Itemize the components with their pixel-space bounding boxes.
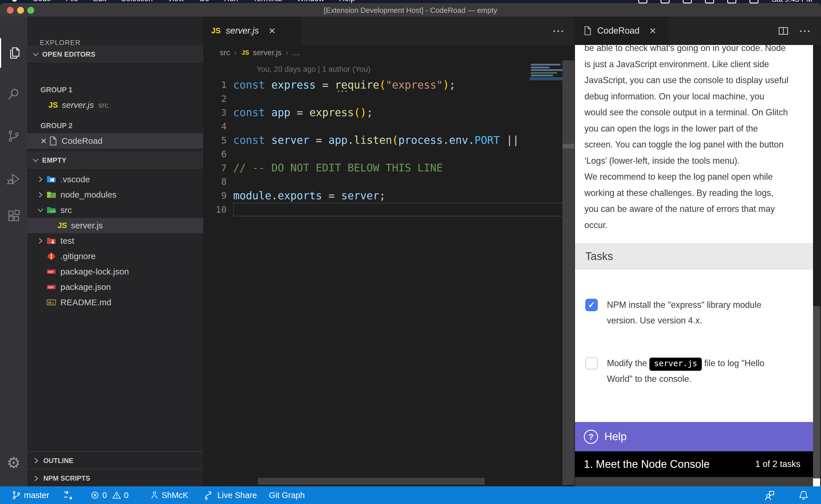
code-line-5[interactable]: 5const server = app.listen(process.env.P…	[203, 133, 574, 147]
close-tab-icon[interactable]: ✕	[269, 26, 276, 36]
menubar-tray: Sat 9:45 PM	[638, 0, 812, 3]
menubar-tray-icon[interactable]	[661, 0, 670, 3]
open-editors-section-header[interactable]: OPEN EDITORS	[27, 46, 203, 63]
feedback-icon[interactable]	[764, 489, 775, 501]
code-line-3[interactable]: 3const app = express();	[203, 106, 574, 120]
status-item-master[interactable]: master	[11, 490, 49, 500]
breadcrumb-item-symbol[interactable]: …	[292, 48, 300, 57]
tree-item-node-modules[interactable]: JSnode_modules	[27, 187, 203, 202]
bell-icon[interactable]	[798, 490, 809, 501]
inline-code-chip: server.js	[650, 358, 702, 371]
menu-item-view[interactable]: View	[167, 0, 184, 3]
editor-group-scrollbar[interactable]	[562, 60, 574, 485]
scrollbar-thumb[interactable]	[813, 306, 820, 478]
tree-item-readme.md[interactable]: M↓README.md	[27, 295, 203, 310]
code-line-8[interactable]: 8	[203, 175, 574, 189]
open-editor-item-coderoad[interactable]: ✕CodeRoad	[27, 133, 203, 149]
code-text: const express = require("express");	[233, 79, 456, 91]
status-bar-left: master00ShMcKLive ShareGit Graph	[11, 490, 305, 500]
line-number: 2	[203, 93, 227, 104]
activity-extensions-button[interactable]	[0, 201, 27, 231]
editor-actions-more-icon[interactable]: ⋯	[799, 24, 811, 38]
status-item-live-share[interactable]: Live Share	[204, 490, 257, 500]
task-text: NPM install the "express" library module…	[607, 297, 761, 328]
sidebar-section-outline[interactable]: OUTLINE	[27, 451, 203, 469]
tree-item-.gitignore[interactable]: .gitignore	[27, 249, 203, 264]
code-editor[interactable]: You, 20 days ago | 1 author (You) 1const…	[203, 60, 574, 485]
open-editors-label: OPEN EDITORS	[42, 50, 95, 58]
tree-item-test[interactable]: test	[27, 233, 203, 249]
menu-item-selection[interactable]: Selection	[121, 0, 153, 3]
tree-item-src[interactable]: </>src	[27, 202, 203, 218]
code-line-9[interactable]: 9module.exports = server;	[203, 189, 574, 203]
menu-item-help[interactable]: Help	[339, 0, 355, 3]
task-item-1: ✓NPM install the "express" library modul…	[585, 297, 805, 328]
code-line-6[interactable]: 6	[203, 147, 574, 161]
tree-item-package-lock.json[interactable]: npmpackage-lock.json	[27, 264, 203, 279]
error-icon	[90, 491, 99, 500]
npm-icon: npm	[46, 267, 56, 277]
sidebar-section-npm-scripts[interactable]: NPM SCRIPTS	[27, 469, 203, 487]
menu-item-go[interactable]: Go	[199, 0, 209, 3]
breadcrumb-item-server-js[interactable]: server.js	[253, 48, 282, 57]
apple-menu-icon[interactable]	[11, 0, 18, 3]
lesson-footer-bar[interactable]: 1. Meet the Node Console 1 of 2 tasks	[575, 451, 813, 477]
status-item-0[interactable]: 0	[90, 491, 107, 500]
chevron-right-icon	[32, 456, 40, 465]
minimap-line	[531, 69, 563, 71]
webview-scrollbar[interactable]	[813, 45, 820, 486]
code-line-1[interactable]: 1const express = require("express");	[203, 78, 574, 92]
menu-item-window[interactable]: Window	[297, 0, 324, 3]
activity-run-debug-button[interactable]	[0, 164, 27, 194]
task-checkbox[interactable]: ✓	[585, 299, 598, 311]
activity-explorer-button[interactable]	[0, 38, 28, 68]
status-item-label: Live Share	[217, 491, 257, 500]
menubar-tray-icon[interactable]	[750, 0, 759, 3]
task-checkbox[interactable]	[585, 357, 598, 370]
menubar-tray-icon[interactable]	[683, 0, 692, 3]
code-line-4[interactable]: 4	[203, 120, 574, 134]
menu-item-run[interactable]: Run	[224, 0, 238, 3]
close-icon[interactable]: ✕	[39, 136, 48, 146]
code-line-10[interactable]: 10	[203, 202, 574, 216]
help-bar[interactable]: ? Help	[575, 422, 813, 451]
tab-server-js[interactable]: JS server.js ✕	[203, 17, 301, 45]
code-line-2[interactable]: 2	[203, 92, 574, 106]
menu-item-edit[interactable]: Edit	[93, 0, 106, 3]
status-item-shmck[interactable]: ShMcK	[150, 491, 188, 500]
horizontal-scrollbar[interactable]	[258, 478, 485, 485]
menubar-tray-icon[interactable]	[705, 0, 714, 3]
open-editors-group-label: GROUP 1	[40, 82, 72, 97]
tree-item-package.json[interactable]: npmpackage.json	[27, 279, 203, 295]
code-line-7[interactable]: 7// -- DO NOT EDIT BELOW THIS LINE	[203, 161, 574, 175]
file-icon	[583, 26, 592, 36]
minimap-current-line	[530, 77, 563, 80]
tab-label: server.js	[226, 26, 259, 36]
menu-item-file[interactable]: File	[66, 0, 78, 3]
open-editor-label: server.js	[62, 100, 94, 110]
activity-settings-button[interactable]: ⚙	[0, 448, 27, 478]
activity-source-control-button[interactable]	[0, 121, 27, 151]
menu-item-code[interactable]: Code	[32, 0, 51, 3]
status-item-0[interactable]: 0	[112, 491, 128, 500]
menubar-tray-icon[interactable]	[638, 0, 648, 3]
minimap-line	[531, 72, 557, 74]
tab-coderoad[interactable]: CodeRoad ✕	[575, 17, 669, 45]
status-item-sync-icon[interactable]	[64, 490, 74, 500]
tree-item-server.js[interactable]: JSserver.js	[27, 218, 203, 233]
scrollbar-thumb[interactable]	[562, 144, 574, 148]
markdown-icon: M↓	[46, 297, 56, 308]
open-editor-item-server.js[interactable]: JSserver.jssrc	[27, 97, 203, 113]
activity-search-button[interactable]	[0, 79, 27, 109]
editor-actions-more-icon[interactable]: ⋯	[552, 24, 564, 38]
close-tab-icon[interactable]: ✕	[649, 26, 656, 36]
code-lines[interactable]: 1const express = require("express");23co…	[203, 78, 574, 216]
split-editor-icon[interactable]	[778, 25, 789, 36]
tree-item-.vscode[interactable]: .vscode	[27, 172, 203, 187]
menu-item-terminal[interactable]: Terminal	[253, 0, 282, 3]
status-item-git-graph[interactable]: Git Graph	[269, 491, 305, 500]
folder-section-header[interactable]: EMPTY	[27, 151, 203, 169]
menubar-tray-icon[interactable]	[727, 0, 736, 3]
breadcrumb-item-src[interactable]: src	[220, 48, 230, 57]
svg-text:npm: npm	[48, 285, 53, 289]
